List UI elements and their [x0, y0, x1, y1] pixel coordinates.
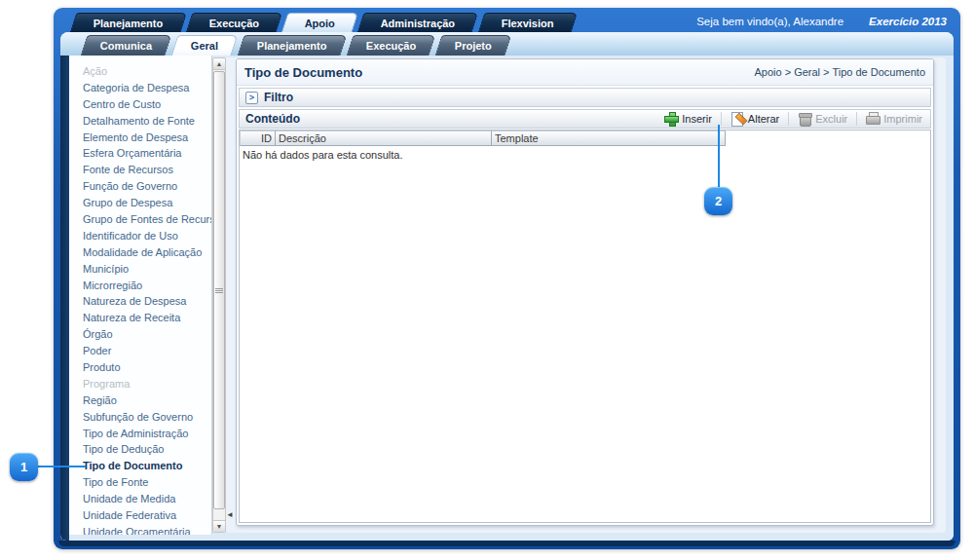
alterar-button[interactable]: Alterar	[730, 112, 779, 126]
toolbar-separator	[788, 112, 789, 126]
top-tab-label: Execução	[208, 18, 258, 29]
sidebar-item[interactable]: Esfera Orçamentária	[69, 145, 211, 162]
top-tab[interactable]: Execução	[185, 13, 282, 32]
sidebar-item[interactable]: Fonte de Recursos	[69, 162, 211, 178]
trash-icon	[798, 112, 811, 126]
sidebar-scrollbar[interactable]: ▲ ▼	[212, 57, 226, 533]
main-area: Tipo de Documento Apoio > Geral > Tipo d…	[226, 57, 946, 533]
sidebar-item[interactable]: Natureza de Receita	[69, 310, 211, 326]
sub-tab[interactable]: Geral	[171, 35, 239, 56]
sidebar-item[interactable]: Tipo de Administração	[69, 426, 211, 442]
sidebar-item[interactable]: Tipo de Documento	[69, 458, 211, 474]
sub-tab-label: Projeto	[455, 40, 492, 52]
sidebar-item[interactable]: Tipo de Dedução	[69, 441, 211, 458]
sub-tab[interactable]: Comunica	[81, 35, 172, 56]
content-section-header: Conteúdo Inserir Alterar	[239, 109, 931, 129]
sidebar-item[interactable]: Órgão	[69, 326, 211, 343]
top-tab[interactable]: Flexvision	[477, 13, 577, 32]
top-tab-strip: Planejamento Execução Apoio Administraçã…	[73, 13, 574, 32]
sub-tab[interactable]: Projeto	[435, 35, 512, 56]
top-tab[interactable]: Apoio	[281, 13, 359, 32]
sidebar-item[interactable]: Programa	[69, 376, 211, 392]
column-header[interactable]: Template	[492, 131, 726, 146]
inserir-label: Inserir	[682, 113, 712, 125]
sidebar-item[interactable]: Tipo de Fonte	[69, 474, 211, 491]
header-right: Seja bem vindo(a), Alexandre Exercício 2…	[696, 16, 949, 29]
sub-tab-label: Execução	[366, 40, 416, 52]
inner-container: Comunica Geral Planejamento Execução Pro…	[60, 32, 954, 541]
top-tab-label: Planejamento	[94, 18, 164, 29]
top-tab[interactable]: Planejamento	[70, 13, 187, 32]
sidebar-item[interactable]: Modalidade de Aplicação	[69, 244, 211, 261]
column-header[interactable]: ID	[240, 131, 276, 146]
empty-result-message: Não há dados para esta consulta.	[240, 146, 930, 164]
top-tab-label: Apoio	[305, 18, 335, 29]
toolbar-separator	[721, 112, 722, 126]
main-panel: Tipo de Documento Apoio > Geral > Tipo d…	[236, 58, 934, 526]
scroll-thumb[interactable]	[213, 71, 225, 509]
sidebar-item[interactable]: Grupo de Fontes de Recursos	[69, 211, 211, 228]
sidebar-item[interactable]: Centro de Custo	[69, 96, 211, 113]
app-window: Planejamento Execução Apoio Administraçã…	[54, 8, 960, 549]
top-tab[interactable]: Administração	[357, 13, 479, 32]
excluir-button[interactable]: Excluir	[798, 112, 847, 126]
sidebar-collapse-arrow[interactable]: ◄	[226, 511, 234, 519]
sidebar-item[interactable]: Natureza de Despesa	[69, 293, 211, 310]
page-title: Tipo de Documento	[244, 65, 362, 80]
sub-tab[interactable]: Execução	[346, 35, 435, 56]
alterar-label: Alterar	[748, 113, 779, 125]
left-edge-decoration	[60, 56, 69, 541]
welcome-text: Seja bem vindo(a), Alexandre	[696, 16, 843, 27]
annotation-badge-1: 1	[10, 453, 38, 481]
sidebar-item[interactable]: Microrregião	[69, 278, 211, 294]
column-header[interactable]: Descrição	[276, 131, 492, 146]
top-tab-label: Administração	[381, 18, 455, 29]
sidebar-item[interactable]: Subfunção de Governo	[69, 409, 211, 426]
sidebar-item[interactable]: Município	[69, 261, 211, 278]
expand-filter-icon[interactable]: >	[245, 92, 258, 104]
sub-tab-strip: Comunica Geral Planejamento Execução Pro…	[60, 32, 954, 56]
breadcrumb: Apoio > Geral > Tipo de Documento	[755, 66, 926, 78]
plus-icon	[664, 112, 678, 126]
filter-section-header[interactable]: > Filtro	[239, 88, 931, 107]
top-navigation: Planejamento Execução Apoio Administraçã…	[73, 12, 949, 32]
sidebar-item[interactable]: Detalhamento de Fonte	[69, 113, 211, 130]
sidebar-item[interactable]: Região	[69, 392, 211, 409]
sidebar-item[interactable]: Unidade Federativa	[69, 507, 211, 524]
page-header: Tipo de Documento Apoio > Geral > Tipo d…	[237, 59, 933, 86]
top-tab-label: Flexvision	[501, 18, 553, 29]
scroll-down-arrow[interactable]: ▼	[213, 520, 225, 532]
sub-tab[interactable]: Planejamento	[238, 35, 347, 56]
sidebar-item[interactable]: Grupo de Despesa	[69, 195, 211, 211]
filter-label: Filtro	[264, 91, 293, 104]
sidebar: Ação Categoria de Despesa Centro de Cust…	[69, 56, 212, 535]
sidebar-item[interactable]: Elemento de Despesa	[69, 130, 211, 146]
excluir-label: Excluir	[815, 113, 847, 125]
sidebar-item[interactable]: Poder	[69, 343, 211, 359]
scroll-up-arrow[interactable]: ▲	[213, 58, 225, 70]
sidebar-item[interactable]: Função de Governo	[69, 178, 211, 195]
content-region: Ação Categoria de Despesa Centro de Cust…	[60, 56, 954, 541]
sidebar-item[interactable]: Ação	[69, 63, 211, 80]
sidebar-item[interactable]: Unidade Orçamentária	[69, 524, 211, 535]
imprimir-label: Imprimir	[883, 113, 922, 125]
inserir-button[interactable]: Inserir	[664, 112, 712, 126]
annotation-line-2	[718, 125, 720, 187]
edit-icon	[730, 112, 744, 126]
sidebar-item[interactable]: Identificador de Uso	[69, 228, 211, 244]
sidebar-item[interactable]: Categoria de Despesa	[69, 80, 211, 96]
toolbar-separator	[856, 112, 857, 126]
printer-icon	[866, 112, 880, 126]
annotation-badge-2: 2	[704, 187, 732, 215]
sub-tab-label: Planejamento	[257, 40, 327, 52]
table-header-row: ID Descrição Template	[240, 131, 930, 146]
sidebar-item[interactable]: Unidade de Medida	[69, 491, 211, 507]
toolbar: Inserir Alterar Excluir	[664, 112, 924, 126]
content-label: Conteúdo	[245, 112, 300, 126]
sidebar-item[interactable]: Produto	[69, 359, 211, 376]
scroll-thumb-grip	[215, 288, 223, 293]
results-table: ID Descrição Template Não há dados para …	[239, 130, 931, 523]
sidebar-list: Ação Categoria de Despesa Centro de Cust…	[69, 56, 211, 535]
sub-tab-label: Comunica	[100, 40, 152, 52]
imprimir-button[interactable]: Imprimir	[866, 112, 922, 126]
